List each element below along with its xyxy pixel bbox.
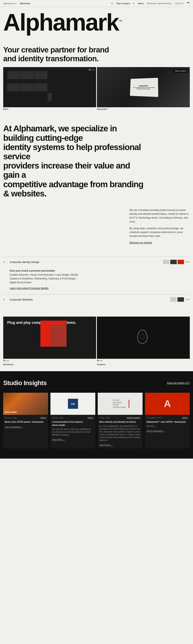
about-headline-2: identity systems to help professional se… [3, 142, 141, 161]
insight-img-4: A [145, 393, 190, 415]
nav-time: 14:27:21 [175, 2, 183, 4]
insight-headline-4: Alphamark™ wins SOTD • Awwwards [146, 420, 188, 424]
image-counter-3: 00—3 [3, 360, 9, 362]
thumb-3 [177, 260, 184, 264]
insight-date-4: 16 October • 2023 [146, 417, 161, 419]
about-headline-4: competitive advantage from branding & we… [3, 180, 143, 198]
service-1-left: ① Corporate Identity Design [3, 260, 39, 264]
insight-card-2: ca 28 May • 2024 Press Communication Art… [51, 393, 95, 448]
insight-card-4: A 16 October • 2023 Press Alphamark™ win… [145, 393, 190, 448]
dropterra-image [97, 316, 190, 359]
insights-title: Studio Insights [3, 379, 47, 387]
service-2-left: ② Corporate Websites [3, 298, 33, 301]
insight-link-4[interactable]: Link to awwwards → [146, 430, 165, 432]
insight-meta-3: 1 May • 2024 Project Updates [99, 417, 141, 419]
tagline-line2: and identity transformation. [3, 54, 99, 63]
image-counter-1: 00—1 [89, 69, 94, 71]
insight-link-3[interactable]: View Project → [99, 444, 113, 446]
image-counter-2: 00—2 [182, 69, 188, 71]
nav-location: Montreal • North America [147, 2, 171, 4]
bemo-image-card: 00—1 Bemo [3, 67, 96, 111]
service-2-title: Corporate Websites [10, 298, 33, 301]
about-headline: At Alphamark, we specialize in building … [3, 124, 144, 198]
insights-section: Studio Insights Read all Insights (27) b… [0, 371, 193, 458]
service-expand-headline: Give your brand a premium personality: C… [10, 269, 80, 284]
insight-body-4: 16 October • 2023 Press Alphamark™ wins … [145, 415, 190, 434]
start-project-link[interactable]: Start a project [116, 2, 130, 4]
commarts-logo: ca [68, 399, 78, 409]
alphamark-label: Alphamark™ [97, 107, 190, 111]
dropterra-inner [140, 334, 144, 340]
commarts-ca-text: ca [71, 402, 75, 406]
service-2-dots[interactable]: ••• [185, 298, 190, 301]
services-section: ① Corporate Identity Design ••• Give you… [0, 257, 193, 312]
monobotics-card: Plug and play computer vision systems. 0… [3, 316, 96, 366]
nav-breadcrumb-parent[interactable]: alphamark.co [3, 2, 17, 4]
insight-badge-2: Press [87, 417, 94, 419]
thumb-2 [170, 260, 177, 264]
read-all-insights-link[interactable]: Read all Insights (27) [167, 382, 190, 384]
about-text-column: We are a boutique branding studio focuse… [129, 208, 190, 245]
about-section: At Alphamark, we specialize in building … [0, 112, 193, 257]
about-para-2: By using clean, essential, and practical… [129, 226, 190, 238]
about-headline-1: At Alphamark, we specialize in building … [3, 124, 117, 142]
tagline-line1: Your creative partner for brand [3, 46, 109, 54]
insight-meta-2: 28 May • 2024 Press [52, 417, 94, 419]
insight-badge-1: Press [40, 417, 47, 419]
hero-title: Alphamark™ [3, 11, 190, 34]
service-row-2: ② Corporate Websites ••• [3, 294, 190, 304]
service-expand-list: Creative Direction; Visual Communication… [10, 274, 78, 284]
insight-date-3: 1 May • 2024 [99, 417, 110, 419]
nav-left: alphamark.co Alphamark [3, 2, 30, 4]
service-expand-link[interactable]: Learn more about Corporate Identity [10, 287, 49, 290]
bemo-image-bg [3, 67, 96, 107]
service-1-dots[interactable]: ••• [185, 260, 190, 264]
laptop-text-2: identity transformation. [136, 88, 151, 90]
tagline-section: Your creative partner for brand and iden… [0, 34, 193, 67]
insight-card-1: bemo.studio 16 June • 2024 Press Bemo wi… [3, 393, 48, 448]
sotd-letter: A [164, 399, 171, 408]
insight-link-2[interactable]: View Article → [52, 438, 65, 441]
mono-red-box [40, 320, 67, 347]
service-1-number: ① [3, 261, 7, 263]
nav-right: Start a project Menu Montreal • North Am… [112, 2, 190, 5]
insight-headline-3: New website and identity for Bemo [99, 420, 141, 424]
thumb-5 [177, 297, 184, 302]
insight-meta-4: 16 October • 2023 Press [146, 417, 188, 419]
hero-section: Alphamark™ [0, 7, 193, 34]
laptop-mockup: Alphamark Your creative partner for bran… [130, 78, 158, 97]
thumb-4 [170, 297, 177, 302]
insights-grid: bemo.studio 16 June • 2024 Press Bemo wi… [3, 393, 190, 448]
insight-body-2: 28 May • 2024 Press Communication Arts f… [51, 415, 95, 443]
image-row-1: 00—1 Bemo Alphamark Your creative partne… [0, 67, 193, 111]
service-row-1: ① Corporate Identity Design ••• [3, 257, 190, 267]
service-expand-headline-text: Give your brand a premium personality: [10, 269, 55, 272]
insight-badge-3: Project Updates [126, 417, 141, 419]
nav-logo[interactable]: Alphamark [20, 2, 30, 4]
monobotics-label: Monobotics [3, 362, 96, 366]
insight-date-2: 28 May • 2024 [52, 417, 64, 419]
alphamark-image-card: Alphamark Your creative partner for bran… [97, 67, 190, 111]
discover-projects-link[interactable]: Discover our projects [129, 241, 152, 244]
service-1-expand: Give your brand a premium personality: C… [3, 267, 80, 294]
insights-header: Studio Insights Read all Insights (27) [3, 379, 190, 387]
dropterra-logo [137, 330, 149, 346]
menu-link[interactable]: Menu [138, 2, 144, 4]
dropterra-symbol [137, 330, 147, 344]
service-2-number: ② [3, 298, 7, 301]
bemo-grid [7, 71, 48, 95]
dropterra-card: 00—4 Dropterra [97, 316, 190, 366]
insight-body-3: 1 May • 2024 Project Updates New website… [98, 415, 142, 448]
nav-trademark: ™ [186, 2, 190, 5]
navigation: alphamark.co Alphamark Start a project M… [0, 0, 193, 7]
service-2-thumbs [170, 297, 184, 302]
insight-link-1[interactable]: Link to awwwards → [5, 426, 23, 428]
insight-sub-2: Our work for bemo.studio was spotlighted… [52, 428, 94, 436]
nav-dot-menu [133, 3, 134, 4]
dropterra-bg [97, 316, 190, 359]
insight-headline-1: Bemo wins SOTD award • Awwwards [5, 420, 47, 424]
laptop-screen: Alphamark Your creative partner for bran… [132, 84, 156, 91]
image-row-2: Plug and play computer vision systems. 0… [0, 312, 193, 370]
hero-title-text: Alphamark [3, 9, 119, 36]
nav-dot-start [112, 3, 112, 4]
